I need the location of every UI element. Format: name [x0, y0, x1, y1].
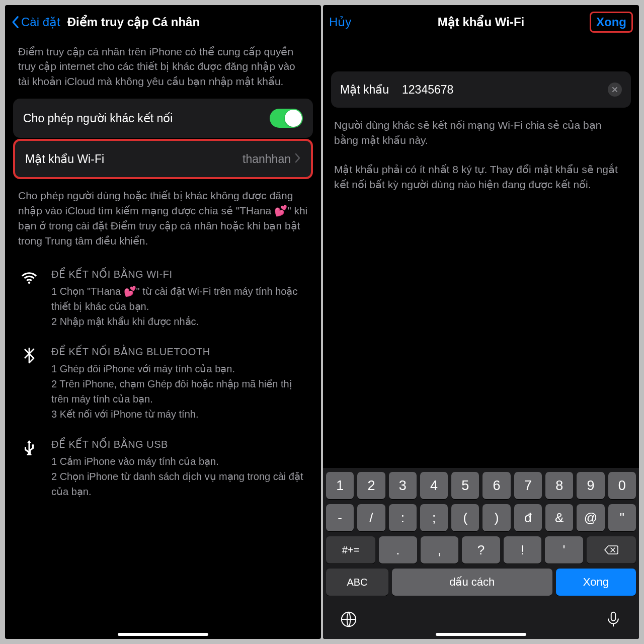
chevron-right-icon: [295, 151, 301, 167]
key-at[interactable]: @: [577, 504, 604, 531]
bt-instr-line3: 3 Kết nối với iPhone từ máy tính.: [51, 407, 308, 422]
keyboard-bottom: [326, 601, 636, 630]
page-title: Điểm truy cập Cá nhân: [67, 15, 200, 29]
mic-button[interactable]: [605, 611, 622, 630]
wifi-password-value: thanhhan: [243, 151, 291, 167]
content-area: Mật khẩu 12345678 Người dùng khác sẽ kết…: [323, 41, 639, 468]
allow-others-row[interactable]: Cho phép người khác kết nối: [13, 99, 313, 138]
home-indicator[interactable]: [436, 633, 526, 636]
done-button[interactable]: Xong: [590, 12, 633, 33]
usb-instr-title: ĐỂ KẾT NỐI BẰNG USB: [51, 437, 308, 452]
password-input[interactable]: 12345678: [402, 82, 608, 98]
usb-instr-line1: 1 Cắm iPhone vào máy tính của bạn.: [51, 454, 308, 469]
key-colon[interactable]: :: [389, 504, 417, 531]
bluetooth-icon: [18, 344, 40, 422]
back-button[interactable]: Cài đặt: [11, 15, 60, 29]
footer-text: Cho phép người dùng hoặc thiết bị khác k…: [13, 181, 313, 265]
usb-instructions: ĐỂ KẾT NỐI BẰNG USB 1 Cắm iPhone vào máy…: [13, 436, 313, 513]
key-space[interactable]: dấu cách: [392, 569, 552, 596]
backspace-icon: [604, 545, 619, 555]
usb-icon: [18, 437, 40, 499]
svg-rect-1: [611, 612, 616, 621]
allow-others-toggle[interactable]: [270, 109, 303, 128]
close-icon: [612, 87, 618, 93]
usb-instr-line2: 2 Chọn iPhone từ danh sách dịch vụ mạng …: [51, 469, 308, 499]
wifi-instr-line1: 1 Chọn "THana 💕" từ cài đặt Wi-Fi trên m…: [51, 284, 308, 314]
password-desc-2: Mật khẩu phải có ít nhất 8 ký tự. Thay đ…: [331, 162, 631, 206]
key-exclaim[interactable]: !: [504, 536, 542, 564]
key-abc[interactable]: ABC: [326, 569, 388, 596]
key-slash[interactable]: /: [357, 504, 385, 531]
key-amp[interactable]: &: [545, 504, 573, 531]
navbar: Hủy Mật khẩu Wi-Fi Xong: [323, 5, 639, 41]
key-0[interactable]: 0: [608, 472, 636, 499]
screen-wifi-password: Hủy Mật khẩu Wi-Fi Xong Mật khẩu 1234567…: [323, 5, 639, 639]
key-symbols[interactable]: #+=: [326, 536, 375, 564]
key-row-1: 1 2 3 4 5 6 7 8 9 0: [326, 472, 636, 499]
key-semicolon[interactable]: ;: [420, 504, 448, 531]
screen-personal-hotspot: Cài đặt Điểm truy cập Cá nhân Điểm truy …: [5, 5, 321, 639]
wifi-password-row[interactable]: Mật khẩu Wi-Fi thanhhan: [13, 139, 313, 179]
key-9[interactable]: 9: [577, 472, 604, 499]
key-comma[interactable]: ,: [421, 536, 459, 564]
key-6[interactable]: 6: [482, 472, 510, 499]
clear-button[interactable]: [608, 83, 622, 97]
key-rparen[interactable]: ): [482, 504, 510, 531]
key-d[interactable]: đ: [514, 504, 542, 531]
password-desc-1: Người dùng khác sẽ kết nối mạng Wi-Fi ch…: [331, 118, 631, 162]
back-label: Cài đặt: [21, 15, 60, 29]
key-8[interactable]: 8: [545, 472, 573, 499]
settings-group: Cho phép người khác kết nối: [13, 99, 313, 138]
page-title: Mật khẩu Wi-Fi: [438, 15, 524, 29]
cancel-button[interactable]: Hủy: [329, 15, 351, 29]
wifi-instructions: ĐỂ KẾT NỐI BẰNG WI-FI 1 Chọn "THana 💕" t…: [13, 266, 313, 343]
key-1[interactable]: 1: [326, 472, 354, 499]
content-area: Điểm truy cập cá nhân trên iPhone có thể…: [5, 41, 321, 639]
home-indicator[interactable]: [118, 633, 208, 636]
chevron-left-icon: [11, 16, 19, 29]
key-done[interactable]: Xong: [556, 569, 636, 596]
wifi-password-label: Mật khẩu Wi-Fi: [25, 151, 243, 167]
allow-others-label: Cho phép người khác kết nối: [23, 110, 270, 126]
wifi-instr-title: ĐỂ KẾT NỐI BẰNG WI-FI: [51, 267, 308, 282]
password-field-row[interactable]: Mật khẩu 12345678: [331, 71, 631, 108]
key-3[interactable]: 3: [389, 472, 417, 499]
key-quote[interactable]: ": [608, 504, 636, 531]
mic-icon: [605, 611, 622, 628]
key-2[interactable]: 2: [357, 472, 385, 499]
key-row-4: ABC dấu cách Xong: [326, 569, 636, 596]
key-backspace[interactable]: [587, 536, 636, 564]
password-label: Mật khẩu: [340, 82, 389, 98]
key-4[interactable]: 4: [420, 472, 448, 499]
bt-instr-line1: 1 Ghép đôi iPhone với máy tính của bạn.: [51, 361, 308, 376]
wifi-instr-line2: 2 Nhập mật khẩu khi được nhắc.: [51, 314, 308, 329]
intro-text: Điểm truy cập cá nhân trên iPhone có thể…: [13, 41, 313, 99]
key-7[interactable]: 7: [514, 472, 542, 499]
globe-icon: [340, 611, 357, 628]
key-period[interactable]: .: [379, 536, 417, 564]
globe-button[interactable]: [340, 611, 357, 630]
navbar: Cài đặt Điểm truy cập Cá nhân: [5, 5, 321, 41]
key-5[interactable]: 5: [451, 472, 479, 499]
key-row-3: #+= . , ? ! ': [326, 536, 636, 564]
key-dash[interactable]: -: [326, 504, 354, 531]
bt-instr-title: ĐỂ KẾT NỐI BẰNG BLUETOOTH: [51, 344, 308, 359]
key-row-2: - / : ; ( ) đ & @ ": [326, 504, 636, 531]
bluetooth-instructions: ĐỂ KẾT NỐI BẰNG BLUETOOTH 1 Ghép đôi iPh…: [13, 343, 313, 436]
keyboard: 1 2 3 4 5 6 7 8 9 0 - / : ; ( ) đ & @ " …: [323, 468, 639, 639]
key-apostrophe[interactable]: ': [545, 536, 583, 564]
bt-instr-line2: 2 Trên iPhone, chạm Ghép đôi hoặc nhập m…: [51, 376, 308, 407]
key-lparen[interactable]: (: [451, 504, 479, 531]
wifi-icon: [18, 267, 40, 329]
key-question[interactable]: ?: [462, 536, 500, 564]
